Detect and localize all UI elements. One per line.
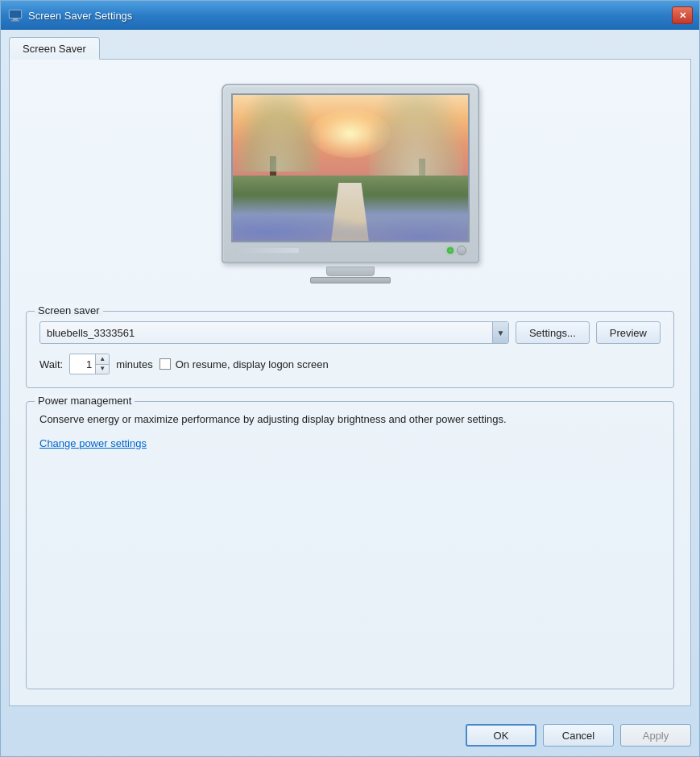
screensaver-dropdown[interactable]: bluebells_3333561 ▼ [39,321,509,344]
svg-rect-3 [11,20,19,22]
monitor-body [222,84,479,263]
power-group-label: Power management [35,395,135,407]
monitor-foot [222,277,479,283]
tab-strip: Screen Saver [9,36,691,60]
dialog-window: Screen Saver Settings ✕ Screen Saver [0,0,700,757]
wait-row: Wait: 1 ▲ ▼ minutes On resume, display l… [39,354,661,374]
monitor-button [457,246,466,255]
power-description: Conserve energy or maximize performance … [39,412,661,428]
screen-scene [233,95,468,241]
titlebar: Screen Saver Settings ✕ [1,1,699,30]
wait-label: Wait: [39,358,63,370]
monitor-foot-bar [310,277,391,283]
titlebar-controls: ✕ [672,6,693,24]
monitor-led [447,247,454,254]
monitor-base [222,267,479,276]
logon-checkbox-label: On resume, display logon screen [176,358,329,370]
apply-button[interactable]: Apply [620,724,691,747]
ok-button[interactable]: OK [466,724,536,747]
svg-rect-2 [13,19,18,20]
monitor-stand [326,267,375,276]
change-power-settings-link[interactable]: Change power settings [39,437,147,449]
power-group: Power management Conserve energy or maxi… [26,401,674,689]
cancel-button[interactable]: Cancel [543,724,614,747]
scene-flowers [233,197,468,241]
app-icon [7,7,23,23]
spinner-down-button[interactable]: ▼ [96,365,109,374]
monitor [222,84,479,283]
spinner-up-button[interactable]: ▲ [96,354,109,365]
preview-button[interactable]: Preview [596,321,661,344]
close-button[interactable]: ✕ [672,6,693,24]
minutes-label: minutes [116,358,153,370]
dropdown-arrow-icon: ▼ [492,322,508,343]
monitor-preview-container [26,76,674,292]
spinner-buttons: ▲ ▼ [96,354,109,374]
tab-content: Screen saver bluebells_3333561 ▼ Setting… [9,60,691,706]
screensaver-group: Screen saver bluebells_3333561 ▼ Setting… [26,311,674,388]
svg-rect-1 [10,10,21,18]
screensaver-selector-row: bluebells_3333561 ▼ Settings... Preview [39,321,661,344]
tab-screen-saver[interactable]: Screen Saver [9,37,100,60]
dialog-footer: OK Cancel Apply [1,714,699,756]
wait-spinner[interactable]: 1 ▲ ▼ [69,354,110,374]
dialog-body: Screen Saver [1,30,699,714]
logon-checkbox[interactable] [159,358,171,370]
screensaver-group-label: Screen saver [35,304,103,316]
settings-button[interactable]: Settings... [516,321,590,344]
titlebar-title: Screen Saver Settings [28,10,672,22]
dropdown-value: bluebells_3333561 [47,327,135,339]
spinner-value: 1 [70,354,96,374]
monitor-screen [231,93,470,242]
logon-checkbox-row: On resume, display logon screen [159,358,329,370]
